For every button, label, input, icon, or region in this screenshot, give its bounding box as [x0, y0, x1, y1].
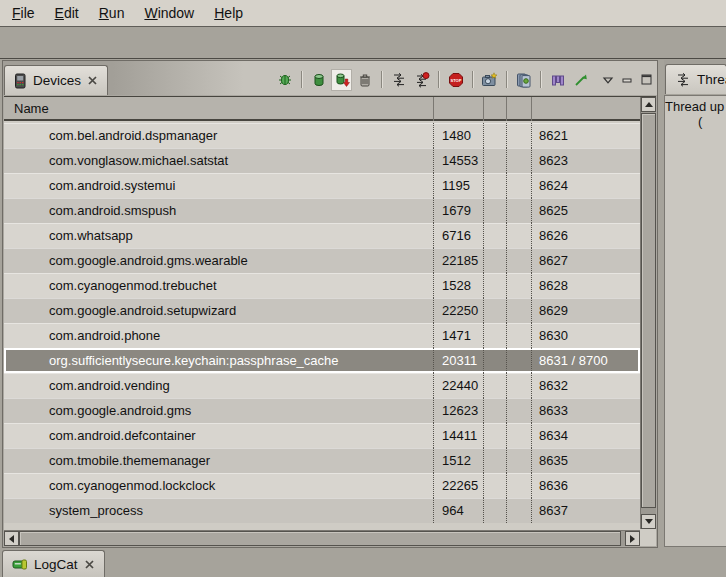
- process-pid: 14553: [434, 148, 484, 173]
- systrace-icon[interactable]: [570, 69, 591, 91]
- table-row[interactable]: com.whatsapp67168626: [4, 223, 640, 248]
- devices-view: Devices: [2, 60, 658, 548]
- dump-view-hierarchy-icon[interactable]: [547, 69, 568, 91]
- close-icon[interactable]: [84, 559, 95, 570]
- column-header[interactable]: [484, 97, 507, 121]
- cell: [507, 298, 532, 323]
- capture-view-hierarchy-icon[interactable]: [513, 69, 534, 91]
- vertical-scrollbar[interactable]: [640, 97, 656, 529]
- process-pid: 20311: [434, 348, 484, 373]
- cell: [507, 223, 532, 248]
- cell: [484, 173, 507, 198]
- device-phone-icon: [14, 73, 27, 89]
- start-method-profiling-icon[interactable]: [411, 69, 432, 91]
- debug-attach-icon[interactable]: [274, 69, 295, 91]
- cell: [507, 148, 532, 173]
- process-name: com.android.systemui: [4, 173, 434, 198]
- cell: [484, 298, 507, 323]
- cell: [484, 448, 507, 473]
- cell: [484, 323, 507, 348]
- table-row[interactable]: com.google.android.gms126238633: [4, 398, 640, 423]
- table-row[interactable]: system_process9648637: [4, 498, 640, 523]
- tab-logcat[interactable]: LogCat: [2, 550, 105, 577]
- cell: [507, 423, 532, 448]
- debug-port: 8633: [532, 398, 640, 423]
- horizontal-scrollbar-thumb[interactable]: [19, 531, 621, 546]
- table-row[interactable]: com.cyanogenmod.trebuchet15288628: [4, 273, 640, 298]
- maximize-icon[interactable]: [640, 73, 653, 86]
- process-pid: 1512: [434, 448, 484, 473]
- process-name: com.android.defcontainer: [4, 423, 434, 448]
- table-row[interactable]: com.tmobile.thememanager15128635: [4, 448, 640, 473]
- scroll-left-button[interactable]: [4, 531, 19, 546]
- table-row[interactable]: com.google.android.setupwizard222508629: [4, 298, 640, 323]
- table-body: com.bel.android.dspmanager14808621com.vo…: [4, 123, 640, 529]
- table-row[interactable]: com.android.smspush16798625: [4, 198, 640, 223]
- cell: [484, 223, 507, 248]
- table-row[interactable]: com.google.android.gms.wearable221858627: [4, 248, 640, 273]
- process-name: system_process: [4, 498, 434, 523]
- process-name: com.google.android.gms: [4, 398, 434, 423]
- process-name: com.bel.android.dspmanager: [4, 123, 434, 148]
- table-row[interactable]: com.vonglasow.michael.satstat145538623: [4, 148, 640, 173]
- close-icon[interactable]: [87, 75, 98, 86]
- table-row[interactable]: org.sufficientlysecure.keychain:passphra…: [4, 348, 640, 373]
- cell: [507, 198, 532, 223]
- table-row[interactable]: com.android.systemui11958624: [4, 173, 640, 198]
- horizontal-scrollbar[interactable]: [4, 530, 640, 546]
- tab-threads-label: Threads: [697, 72, 726, 87]
- cell: [484, 423, 507, 448]
- cell: [484, 398, 507, 423]
- bottom-bar: LogCat: [0, 548, 726, 577]
- table-row[interactable]: com.cyanogenmod.lockclock222658636: [4, 473, 640, 498]
- debug-port: 8631 / 8700: [532, 348, 640, 373]
- scroll-right-button[interactable]: [625, 531, 640, 546]
- process-name: org.sufficientlysecure.keychain:passphra…: [4, 348, 434, 373]
- process-name: com.google.android.setupwizard: [4, 298, 434, 323]
- process-name: com.whatsapp: [4, 223, 434, 248]
- table-row[interactable]: com.android.vending224408632: [4, 373, 640, 398]
- table-row[interactable]: com.bel.android.dspmanager14808621: [4, 123, 640, 148]
- update-heap-icon[interactable]: [308, 69, 329, 91]
- cell: [507, 473, 532, 498]
- cell: [507, 398, 532, 423]
- tab-devices[interactable]: Devices: [4, 65, 108, 95]
- devices-tab-row: Devices: [3, 61, 657, 95]
- column-header[interactable]: [507, 97, 532, 121]
- cause-gc-icon[interactable]: [354, 69, 375, 91]
- minimize-icon[interactable]: [621, 74, 633, 86]
- menu-file[interactable]: File: [2, 2, 45, 24]
- menu-edit[interactable]: Edit: [45, 2, 89, 24]
- table-row[interactable]: com.android.phone14718630: [4, 323, 640, 348]
- process-name: com.tmobile.thememanager: [4, 448, 434, 473]
- tab-threads[interactable]: Threads: [665, 64, 726, 94]
- cell: [507, 123, 532, 148]
- dump-hprof-icon[interactable]: [331, 69, 352, 91]
- screen-capture-icon[interactable]: [479, 69, 500, 91]
- column-header[interactable]: Name: [4, 97, 434, 121]
- menu-help[interactable]: Help: [204, 2, 253, 24]
- process-pid: 1471: [434, 323, 484, 348]
- view-menu-icon[interactable]: [602, 74, 614, 86]
- devices-toolbar: STOP: [274, 64, 591, 95]
- scroll-down-button[interactable]: [641, 514, 656, 529]
- process-pid: 22440: [434, 373, 484, 398]
- cell: [484, 498, 507, 523]
- debug-port: 8637: [532, 498, 640, 523]
- cell: [507, 273, 532, 298]
- toolbar-separator: [540, 71, 541, 88]
- table-header: Name: [4, 97, 640, 121]
- process-pid: 12623: [434, 398, 484, 423]
- process-pid: 1679: [434, 198, 484, 223]
- menu-window[interactable]: Window: [134, 2, 204, 24]
- vertical-scrollbar-thumb[interactable]: [641, 113, 656, 508]
- table-row[interactable]: com.android.defcontainer144118634: [4, 423, 640, 448]
- cell: [484, 198, 507, 223]
- column-header[interactable]: [434, 97, 484, 121]
- stop-process-icon[interactable]: STOP: [445, 69, 466, 91]
- menu-run[interactable]: Run: [89, 2, 135, 24]
- scroll-up-button[interactable]: [641, 97, 656, 112]
- update-threads-icon[interactable]: [388, 69, 409, 91]
- column-header[interactable]: [532, 97, 640, 121]
- debug-port: 8635: [532, 448, 640, 473]
